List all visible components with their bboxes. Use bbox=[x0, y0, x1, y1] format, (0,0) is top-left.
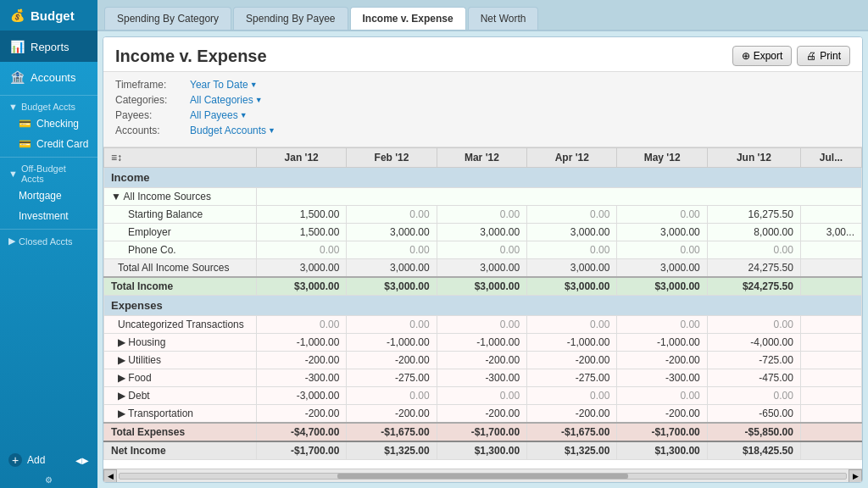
housing-may: -1,000.00 bbox=[617, 334, 707, 352]
filter-timeframe-row: Timeframe: Year To Date ▼ bbox=[115, 79, 850, 91]
employer-feb: 3,000.00 bbox=[347, 224, 437, 241]
add-button[interactable]: + Add ◀▶ bbox=[0, 448, 97, 472]
report-panel: Income v. Expense ⊕ Export 🖨 Print Timef… bbox=[103, 36, 863, 483]
uncategorized-row: Uncategorized Transactions 0.00 0.00 0.0… bbox=[104, 316, 862, 334]
starting-balance-label: Starting Balance bbox=[104, 206, 257, 224]
closed-accts-section[interactable]: ▶ Closed Accts bbox=[0, 232, 97, 248]
sidebar-item-checking[interactable]: 💳 Checking bbox=[0, 114, 97, 134]
phone-co-feb: 0.00 bbox=[347, 241, 437, 259]
utilities-apr: -200.00 bbox=[527, 352, 617, 369]
col-feb[interactable]: Feb '12 bbox=[347, 148, 437, 168]
sidebar-item-reports[interactable]: 📊 Reports bbox=[0, 31, 97, 62]
total-all-income-jan: 3,000.00 bbox=[257, 259, 347, 278]
categories-dropdown[interactable]: All Categories ▼ bbox=[190, 94, 263, 106]
housing-jan: -1,000.00 bbox=[257, 334, 347, 352]
payees-arrow: ▼ bbox=[240, 111, 248, 119]
col-jun[interactable]: Jun '12 bbox=[707, 148, 800, 168]
sidebar-item-accounts[interactable]: 🏦 Accounts bbox=[0, 62, 97, 92]
transportation-apr: -200.00 bbox=[527, 405, 617, 424]
expenses-section-header: Expenses bbox=[104, 296, 862, 316]
scroll-track[interactable] bbox=[119, 473, 847, 480]
add-icon: + bbox=[8, 453, 22, 467]
col-apr[interactable]: Apr '12 bbox=[527, 148, 617, 168]
col-jan[interactable]: Jan '12 bbox=[257, 148, 347, 168]
net-income-may: $1,300.00 bbox=[617, 441, 707, 460]
budget-accts-label: Budget Accts bbox=[21, 102, 75, 112]
col-mar[interactable]: Mar '12 bbox=[437, 148, 526, 168]
table-header-row: ≡↕ Jan '12 Feb '12 Mar '12 Apr '12 May '… bbox=[104, 148, 862, 168]
accounts-dropdown[interactable]: Budget Accounts ▼ bbox=[190, 125, 275, 136]
total-expenses-row: Total Expenses -$4,700.00 -$1,675.00 -$1… bbox=[104, 423, 862, 441]
uncategorized-may: 0.00 bbox=[617, 316, 707, 334]
food-label[interactable]: ▶ Food bbox=[104, 369, 257, 387]
utilities-label[interactable]: ▶ Utilities bbox=[104, 352, 257, 369]
starting-balance-feb: 0.00 bbox=[347, 206, 437, 224]
all-income-sources-text[interactable]: ▼ All Income Sources bbox=[111, 191, 211, 202]
total-expenses-jan: -$4,700.00 bbox=[257, 423, 347, 441]
payees-value: All Payees bbox=[190, 109, 238, 121]
employer-may: 3,000.00 bbox=[617, 224, 707, 241]
food-feb: -275.00 bbox=[347, 369, 437, 387]
app-name: Budget bbox=[31, 8, 75, 23]
data-table-container[interactable]: ≡↕ Jan '12 Feb '12 Mar '12 Apr '12 May '… bbox=[103, 147, 862, 469]
scroll-thumb[interactable] bbox=[337, 474, 628, 479]
sidebar-item-mortgage[interactable]: Mortgage bbox=[0, 186, 97, 206]
phone-co-label: Phone Co. bbox=[104, 241, 257, 259]
scroll-right-button[interactable]: ▶ bbox=[849, 469, 862, 483]
divider-3 bbox=[0, 229, 97, 230]
tab-net-worth-label: Net Worth bbox=[481, 13, 526, 25]
accounts-label: Accounts: bbox=[115, 125, 183, 136]
export-button[interactable]: ⊕ Export bbox=[732, 46, 793, 66]
transportation-jun: -650.00 bbox=[707, 405, 800, 424]
tab-spending-by-payee-label: Spending By Payee bbox=[246, 13, 335, 25]
sidebar-item-credit-card[interactable]: 💳 Credit Card bbox=[0, 134, 97, 154]
print-button[interactable]: 🖨 Print bbox=[797, 46, 850, 66]
transportation-jan: -200.00 bbox=[257, 405, 347, 424]
collapse-budget-icon[interactable]: ▼ bbox=[8, 102, 18, 112]
housing-feb: -1,000.00 bbox=[347, 334, 437, 352]
uncategorized-mar: 0.00 bbox=[437, 316, 526, 334]
col-may[interactable]: May '12 bbox=[617, 148, 707, 168]
total-expenses-may: -$1,700.00 bbox=[617, 423, 707, 441]
total-income-mar: $3,000.00 bbox=[437, 277, 526, 296]
tab-spending-by-category[interactable]: Spending By Category bbox=[104, 7, 231, 30]
filter-categories-row: Categories: All Categories ▼ bbox=[115, 94, 850, 106]
horizontal-scrollbar[interactable]: ◀ ▶ bbox=[103, 469, 862, 482]
debt-feb: 0.00 bbox=[347, 387, 437, 405]
utilities-row: ▶ Utilities -200.00 -200.00 -200.00 -200… bbox=[104, 352, 862, 369]
collapse-off-budget-icon[interactable]: ▼ bbox=[8, 169, 18, 179]
housing-label[interactable]: ▶ Housing bbox=[104, 334, 257, 352]
total-all-income-may: 3,000.00 bbox=[617, 259, 707, 278]
debt-jun: 0.00 bbox=[707, 387, 800, 405]
add-label: Add bbox=[27, 454, 45, 466]
food-mar: -300.00 bbox=[437, 369, 526, 387]
tab-income-v-expense-label: Income v. Expense bbox=[363, 13, 453, 25]
tab-spending-by-payee[interactable]: Spending By Payee bbox=[233, 7, 348, 30]
sort-icons[interactable]: ≡↕ bbox=[111, 152, 122, 164]
nav-arrows[interactable]: ◀▶ bbox=[75, 456, 89, 465]
food-row: ▶ Food -300.00 -275.00 -300.00 -275.00 -… bbox=[104, 369, 862, 387]
debt-label[interactable]: ▶ Debt bbox=[104, 387, 257, 405]
settings-icon[interactable]: ⚙ bbox=[45, 475, 53, 485]
tab-net-worth[interactable]: Net Worth bbox=[468, 7, 539, 30]
utilities-feb: -200.00 bbox=[347, 352, 437, 369]
all-income-sources-label: ▼ All Income Sources bbox=[104, 188, 257, 206]
net-income-jan: -$1,700.00 bbox=[257, 441, 347, 460]
total-all-income-mar: 3,000.00 bbox=[437, 259, 526, 278]
divider-1 bbox=[0, 95, 97, 96]
col-label: ≡↕ bbox=[104, 148, 257, 168]
checking-label: Checking bbox=[36, 118, 79, 130]
transportation-label[interactable]: ▶ Transportation bbox=[104, 405, 257, 424]
timeframe-dropdown[interactable]: Year To Date ▼ bbox=[190, 79, 258, 91]
scroll-left-button[interactable]: ◀ bbox=[103, 469, 117, 483]
filter-accounts-row: Accounts: Budget Accounts ▼ bbox=[115, 125, 850, 136]
payees-dropdown[interactable]: All Payees ▼ bbox=[190, 109, 248, 121]
net-income-feb: $1,325.00 bbox=[347, 441, 437, 460]
report-title: Income v. Expense bbox=[115, 47, 267, 66]
tab-income-v-expense[interactable]: Income v. Expense bbox=[350, 7, 466, 30]
total-all-income-jun: 24,275.50 bbox=[707, 259, 800, 278]
sidebar-item-investment[interactable]: Investment bbox=[0, 206, 97, 226]
housing-row: ▶ Housing -1,000.00 -1,000.00 -1,000.00 … bbox=[104, 334, 862, 352]
closed-accts-label: Closed Accts bbox=[19, 236, 73, 247]
categories-arrow: ▼ bbox=[255, 96, 263, 104]
